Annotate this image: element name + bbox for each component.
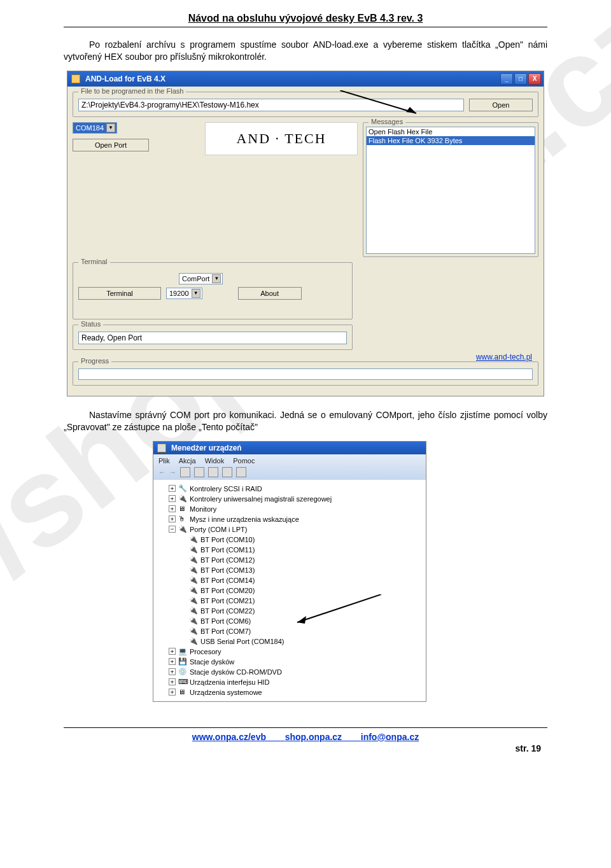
terminal-button[interactable]: Terminal: [78, 287, 161, 300]
chevron-down-icon: ▼: [192, 289, 200, 298]
footer-link-3[interactable]: info@onpa.cz: [361, 732, 419, 742]
expander-icon[interactable]: +: [169, 515, 176, 522]
expander-icon[interactable]: +: [169, 495, 176, 502]
status-legend: Status: [78, 320, 103, 328]
tree-item[interactable]: Mysz i inne urządzenia wskazujące: [190, 515, 299, 523]
tree-item[interactable]: Procesory: [190, 648, 221, 655]
expander-icon[interactable]: +: [169, 668, 176, 675]
expander-icon[interactable]: +: [169, 648, 176, 655]
tree-port-item[interactable]: BT Port (COM20): [200, 587, 255, 594]
andtech-link[interactable]: www.and-tech.pl: [476, 353, 532, 361]
paragraph-2: Nastavíme správný COM port pro komunikac…: [64, 409, 547, 433]
expander-icon[interactable]: +: [169, 689, 176, 696]
expander-icon[interactable]: −: [169, 526, 176, 533]
expander-icon[interactable]: +: [169, 658, 176, 665]
menu-widok[interactable]: Widok: [205, 457, 225, 465]
page-number: str. 19: [64, 743, 547, 753]
chevron-down-icon: ▼: [212, 274, 221, 283]
maximize-button[interactable]: □: [514, 73, 527, 85]
system-icon: 🖥: [178, 688, 187, 697]
toolbar-icon[interactable]: [222, 467, 232, 477]
toolbar-icon[interactable]: [194, 467, 204, 477]
flash-file-legend: File to be programed in the Flash: [78, 87, 186, 95]
terminal-comport-label: ComPort: [182, 275, 209, 283]
titlebar-text: AND-Load for EvB 4.X: [85, 74, 165, 83]
progress-bar: [78, 368, 533, 380]
tree-item[interactable]: Urządzenia systemowe: [190, 689, 262, 696]
expander-icon[interactable]: +: [169, 485, 176, 492]
port-icon: 🔌: [189, 606, 198, 615]
port-icon: 🔌: [189, 545, 198, 554]
tree-port-item[interactable]: BT Port (COM7): [200, 627, 251, 635]
tree-port-item[interactable]: BT Port (COM6): [200, 617, 251, 625]
tree-port-item[interactable]: BT Port (COM22): [200, 607, 255, 615]
open-port-button[interactable]: Open Port: [73, 139, 149, 151]
about-button[interactable]: About: [238, 287, 302, 300]
dm-titlebar-text: Menedżer urządzeń: [171, 444, 242, 452]
port-icon: 🔌: [189, 586, 198, 595]
cdrom-icon: 💿: [178, 668, 187, 676]
minimize-button[interactable]: _: [500, 73, 513, 85]
baud-dropdown[interactable]: 19200 ▼: [166, 288, 202, 299]
toolbar-icon[interactable]: [236, 467, 246, 477]
menu-pomoc[interactable]: Pomoc: [233, 457, 255, 465]
status-group: Status Ready, Open Port: [73, 325, 353, 350]
header-rule: [64, 27, 547, 27]
footer-link-2[interactable]: shop.onpa.cz: [285, 732, 342, 742]
usb-icon: 🔌: [178, 494, 187, 503]
app-icon: [71, 74, 80, 83]
forward-button[interactable]: →: [169, 468, 176, 476]
device-tree[interactable]: +🔧Kontrolery SCSI i RAID +🔌Kontrolery un…: [153, 480, 426, 701]
menu-akcja[interactable]: Akcja: [179, 457, 196, 465]
toolbar-icon[interactable]: [208, 467, 218, 477]
tree-item[interactable]: Monitory: [190, 505, 216, 513]
tree-item[interactable]: Kontrolery SCSI i RAID: [190, 485, 262, 493]
ports-icon: 🔌: [178, 525, 187, 534]
tree-item[interactable]: Stacje dysków: [190, 658, 234, 666]
tree-port-item-usb[interactable]: USB Serial Port (COM184): [200, 638, 284, 645]
tree-item[interactable]: Stacje dysków CD-ROM/DVD: [190, 668, 282, 676]
tree-port-item[interactable]: BT Port (COM13): [200, 566, 255, 574]
close-button[interactable]: X: [528, 73, 541, 85]
dm-menubar: Plik Akcja Widok Pomoc ← →: [153, 454, 426, 480]
tree-port-item[interactable]: BT Port (COM12): [200, 556, 255, 564]
port-icon: 🔌: [189, 627, 198, 636]
port-icon: 🔌: [189, 535, 198, 544]
dm-titlebar[interactable]: Menedżer urządzeń: [153, 442, 426, 454]
expander-icon[interactable]: +: [169, 505, 176, 512]
titlebar[interactable]: AND-Load for EvB 4.X _ □ X: [67, 71, 544, 87]
expander-icon[interactable]: +: [169, 678, 176, 685]
tree-port-item[interactable]: BT Port (COM21): [200, 597, 255, 605]
messages-listbox[interactable]: Open Flash Hex File Flash Hex File OK 39…: [366, 127, 535, 254]
port-icon: 🔌: [189, 617, 198, 626]
menu-plik[interactable]: Plik: [158, 457, 170, 465]
com-port-dropdown[interactable]: COM184 ▼: [73, 122, 117, 134]
cpu-icon: 💻: [178, 647, 187, 656]
open-button[interactable]: Open: [469, 99, 533, 111]
pointer-arrow-1: [340, 90, 423, 116]
footer-link-1[interactable]: www.onpa.cz/evb: [192, 732, 266, 742]
terminal-legend: Terminal: [78, 258, 110, 265]
toolbar-icon[interactable]: [180, 467, 190, 477]
tree-port-item[interactable]: BT Port (COM11): [200, 546, 255, 554]
flash-file-group: File to be programed in the Flash Z:\Pro…: [73, 92, 538, 117]
pointer-arrow-2: [292, 594, 381, 626]
tree-item[interactable]: Kontrolery uniwersalnej magistrali szere…: [190, 495, 332, 503]
svg-line-2: [297, 594, 381, 622]
back-button[interactable]: ←: [158, 468, 165, 476]
andtech-logo: AND · TECH: [205, 122, 358, 155]
port-icon: 🔌: [189, 637, 198, 646]
baud-value: 19200: [169, 290, 189, 297]
maximize-icon: □: [519, 75, 523, 82]
terminal-comport-dropdown[interactable]: ComPort ▼: [179, 273, 223, 284]
monitor-icon: 🖥: [178, 505, 187, 514]
tree-item[interactable]: Urządzenia interfejsu HID: [190, 678, 269, 686]
tree-item[interactable]: Porty (COM i LPT): [190, 526, 247, 533]
andload-window: AND-Load for EvB 4.X _ □ X File to be pr…: [67, 71, 544, 396]
tree-port-item[interactable]: BT Port (COM10): [200, 536, 255, 543]
mouse-icon: 🖱: [178, 515, 187, 524]
svg-marker-1: [406, 107, 416, 113]
progress-legend: Progress: [78, 357, 111, 365]
tree-port-item[interactable]: BT Port (COM14): [200, 577, 255, 584]
device-manager-window: Menedżer urządzeń Plik Akcja Widok Pomoc…: [153, 441, 426, 702]
